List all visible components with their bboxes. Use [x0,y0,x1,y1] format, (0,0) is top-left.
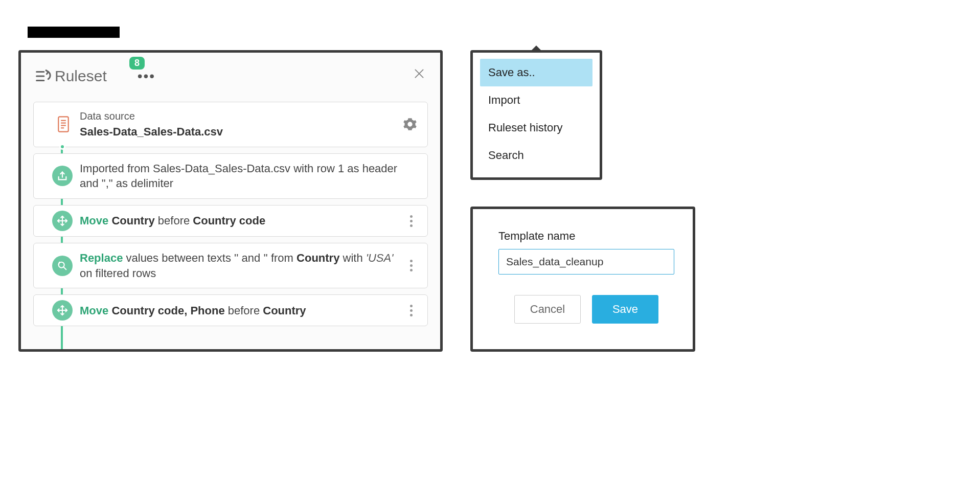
save-button[interactable]: Save [592,295,658,324]
rule-step-text: Move Country code, Phone before Country [80,303,405,318]
ruleset-count-badge: 8 [129,57,145,70]
svg-line-14 [64,267,66,270]
rule-columns: Country code, Phone [111,304,224,317]
menu-item-save-as[interactable]: Save as.. [480,59,592,86]
context-menu: Save as..ImportRuleset historySearch [470,50,602,180]
move-icon [52,300,73,321]
ruleset-header: Ruleset 8 ••• [33,62,428,90]
ruleset-more-button[interactable]: ••• [138,68,155,84]
rule-step-replace[interactable]: Replace values between texts '' and '' f… [33,243,428,288]
kebab-menu-icon[interactable] [405,260,417,271]
menu-item-import[interactable]: Import [480,86,592,114]
gear-icon[interactable] [403,117,417,131]
data-source-card[interactable]: Data source Sales-Data_Sales-Data.csv [33,102,428,147]
template-name-label: Template name [498,230,674,243]
move-icon [52,211,73,231]
kebab-menu-icon[interactable] [405,305,417,316]
rule-relation: before [228,304,260,317]
dialog-buttons: Cancel Save [498,295,674,324]
rule-step-text: Imported from Sales-Data_Sales-Data.csv … [80,161,417,191]
kebab-menu-icon[interactable] [405,215,417,227]
rule-columns: Country [297,252,339,264]
close-icon[interactable] [413,67,426,80]
ruleset-title: Ruleset [55,67,107,85]
rule-action: Move [80,214,108,227]
rule-text-segment: with [343,252,363,264]
rule-step-move[interactable]: Move Country before Country code [33,205,428,237]
rule-columns: Country [111,214,154,227]
rule-action: Replace [80,252,123,264]
data-source-label: Data source [80,109,403,123]
rule-action: Move [80,304,108,317]
rule-step-move[interactable]: Move Country code, Phone before Country [33,294,428,326]
timeline-start-dot [59,144,65,150]
menu-item-search[interactable]: Search [480,142,592,169]
rule-text-segment: on filtered rows [80,267,156,280]
rule-value: 'USA' [366,252,394,264]
svg-rect-5 [58,117,68,132]
rule-text-segment: values between texts '' and '' from [126,252,293,264]
ruleset-icon [33,67,52,85]
ruleset-panel: Ruleset 8 ••• Data source [18,50,443,352]
menu-item-ruleset-history[interactable]: Ruleset history [480,114,592,142]
template-name-input[interactable] [498,249,674,275]
save-dialog: Template name Cancel Save [470,207,695,352]
import-icon [52,166,73,186]
rule-relation: before [158,214,190,227]
redacted-label [28,27,120,38]
document-icon [53,114,74,134]
data-source-text: Data source Sales-Data_Sales-Data.csv [80,109,403,140]
rule-step-import[interactable]: Imported from Sales-Data_Sales-Data.csv … [33,153,428,199]
rule-target: Country [263,304,306,317]
ruleset-steps: Data source Sales-Data_Sales-Data.csv Im… [33,102,428,347]
rule-target: Country code [193,214,265,227]
replace-icon [52,256,73,276]
rule-step-text: Replace values between texts '' and '' f… [80,250,405,281]
data-source-filename: Sales-Data_Sales-Data.csv [80,125,223,138]
cancel-button[interactable]: Cancel [514,295,581,324]
rule-step-text: Move Country before Country code [80,213,405,229]
